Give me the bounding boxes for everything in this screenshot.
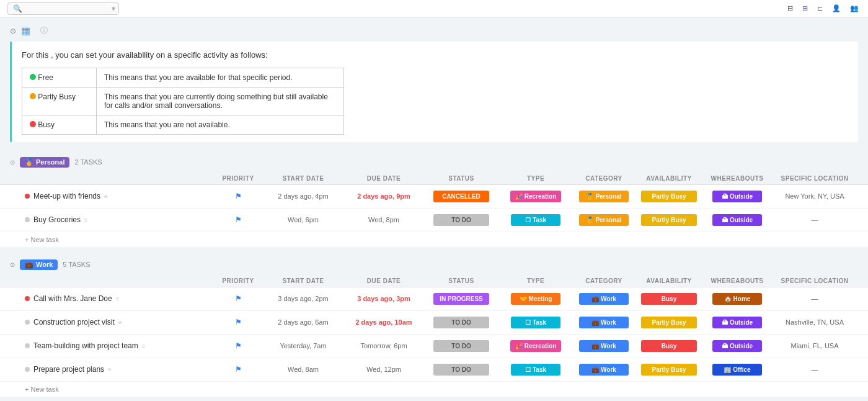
- status-badge: TO DO: [433, 317, 489, 328]
- whereabouts-col: 🏢Office: [703, 364, 771, 376]
- type-col: 🤝Meeting: [498, 293, 573, 305]
- section-work: ⊙ 💼 Work 5 TASKS PRIORITYSTART DATEDUE D…: [0, 255, 868, 397]
- due-date-col: 2 days ago, 10am: [343, 318, 424, 326]
- type-badge: ☐Task: [511, 364, 560, 376]
- location-col: —: [771, 295, 858, 302]
- due-date-col: Wed, 8pm: [343, 216, 424, 223]
- where-icon: 🏢: [724, 366, 731, 373]
- red-dot: [30, 121, 36, 127]
- section-header-work[interactable]: ⊙ 💼 Work 5 TASKS: [0, 255, 868, 275]
- search-box[interactable]: 🔍 ▾: [7, 2, 119, 15]
- type-col: ☐Task: [498, 364, 573, 376]
- availability-col: Partly Busy: [635, 317, 703, 328]
- column-headers: PRIORITYSTART DATEDUE DATESTATUSTYPECATE…: [0, 173, 868, 185]
- task-name: Prepare project plans ≡: [25, 365, 213, 374]
- filter-button[interactable]: ⊟: [787, 4, 795, 12]
- availability-badge: Partly Busy: [641, 364, 697, 376]
- availability-row: Free This means that you are available f…: [22, 68, 344, 87]
- task-row: Team-building with project team ≡ ⚑ Yest…: [0, 335, 868, 358]
- info-icon[interactable]: ⓘ: [40, 25, 48, 36]
- start-date-col: Wed, 6pm: [263, 216, 343, 223]
- assignee-button[interactable]: 👥: [850, 4, 861, 12]
- task-row: Meet-up with friends ≡ ⚑ 2 days ago, 4pm…: [0, 185, 868, 209]
- location-text: —: [812, 295, 818, 302]
- category-icon: 💼: [591, 366, 599, 373]
- where-icon: 🏠: [724, 295, 732, 302]
- flag-icon: ⚑: [235, 365, 242, 374]
- status-badge: IN PROGRESS: [433, 293, 489, 305]
- task-row: Construction project visit ≡ ⚑ 2 days ag…: [0, 311, 868, 335]
- drag-handle: ≡: [116, 295, 120, 302]
- type-badge: ☐Task: [511, 214, 560, 226]
- availability-badge: Partly Busy: [641, 214, 697, 226]
- priority-col: ⚑: [213, 294, 263, 303]
- priority-dot: [25, 217, 30, 222]
- category-icon: 🏅: [586, 193, 593, 200]
- col-header-1: PRIORITY: [213, 175, 263, 182]
- task-name: Call with Mrs. Jane Doe ≡: [25, 294, 213, 303]
- location-col: Nashville, TN, USA: [771, 318, 858, 326]
- drag-handle: ≡: [108, 366, 112, 373]
- category-badge: 💼Work: [579, 364, 629, 376]
- col-header-3: DUE DATE: [343, 175, 424, 182]
- type-icon: 🤝: [520, 295, 527, 302]
- category-col: 🏅Personal: [573, 214, 635, 226]
- priority-dot: [25, 367, 30, 372]
- top-bar-right: ⊟ ⊞ ⊏ 👤 👥: [787, 4, 861, 12]
- status-col: TO DO: [424, 364, 498, 376]
- col-header-5: TYPE: [498, 277, 573, 284]
- task-title: Team-building with project team: [33, 341, 138, 350]
- whereabouts-col: 🏔Outside: [703, 191, 771, 202]
- search-icon: 🔍: [13, 4, 22, 13]
- status-badge: TO DO: [433, 214, 489, 226]
- yellow-dot: [30, 93, 36, 99]
- main-content: ⊙ ▦ ⓘ For this , you can set your availa…: [0, 17, 868, 397]
- group-by-button[interactable]: ⊞: [802, 4, 810, 12]
- flag-icon: ⚑: [235, 192, 242, 200]
- where-icon: 🏔: [722, 217, 728, 223]
- due-date-col: 3 days ago, 3pm: [343, 295, 424, 302]
- me-button[interactable]: 👤: [832, 4, 843, 12]
- grid-icon: ▦: [21, 25, 30, 37]
- subtasks-button[interactable]: ⊏: [817, 4, 825, 12]
- chevron-icon: ⊙: [10, 261, 15, 268]
- search-dropdown-icon[interactable]: ▾: [112, 4, 115, 13]
- location-col: —: [771, 216, 858, 223]
- flag-icon: ⚑: [235, 294, 242, 303]
- category-badge: 💼Work: [579, 317, 629, 328]
- whereabouts-badge: 🏠Home: [712, 293, 762, 305]
- add-task-personal[interactable]: + New task: [0, 232, 868, 247]
- task-title: Buy Groceries: [33, 215, 81, 224]
- priority-dot: [25, 343, 30, 348]
- col-header-4: STATUS: [424, 277, 498, 284]
- whereabouts-col: 🏔Outside: [703, 340, 771, 352]
- task-title: Meet-up with friends: [33, 192, 100, 200]
- type-col: ☐Task: [498, 214, 573, 226]
- col-header-5: TYPE: [498, 175, 573, 182]
- task-title: Construction project visit: [33, 318, 115, 327]
- type-badge: 🤝Meeting: [511, 293, 560, 305]
- category-icon: 💼: [591, 343, 599, 349]
- status-col: TO DO: [424, 214, 498, 226]
- type-icon: ☐: [525, 217, 531, 223]
- column-headers: PRIORITYSTART DATEDUE DATESTATUSTYPECATE…: [0, 275, 868, 287]
- badge-label: Personal: [36, 158, 64, 166]
- col-header-7: AVAILABILITY: [635, 277, 703, 284]
- badge-label: Work: [36, 261, 53, 268]
- col-header-4: STATUS: [424, 175, 498, 182]
- start-date-col: 2 days ago, 6am: [263, 318, 343, 326]
- start-date-col: Wed, 8am: [263, 366, 343, 373]
- collapse-button[interactable]: ⊙: [10, 27, 16, 35]
- col-header-0: [25, 277, 213, 284]
- search-input[interactable]: [25, 4, 112, 13]
- category-badge: 🏅Personal: [579, 191, 629, 202]
- whereabouts-badge: 🏔Outside: [712, 340, 762, 352]
- add-task-work[interactable]: + New task: [0, 382, 868, 397]
- due-date-col: 2 days ago, 9pm: [343, 192, 424, 200]
- status-badge: CANCELLED: [433, 191, 489, 202]
- type-col: 🎉Recreation: [498, 340, 573, 352]
- availability-badge: Partly Busy: [641, 317, 697, 328]
- section-header-personal[interactable]: ⊙ 🏅 Personal 2 TASKS: [0, 152, 868, 173]
- type-col: ☐Task: [498, 317, 573, 328]
- badge-icon: 💼: [25, 261, 33, 269]
